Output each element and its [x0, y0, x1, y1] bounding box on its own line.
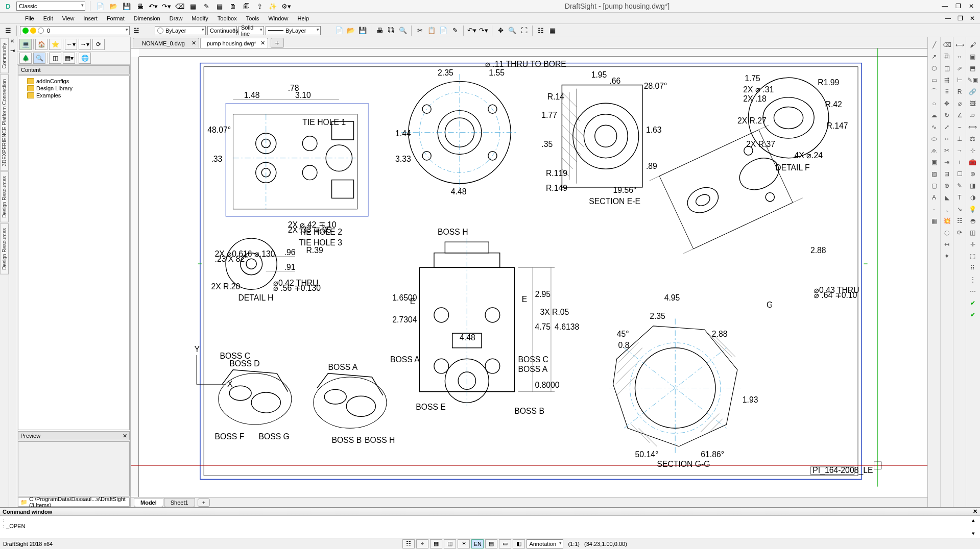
toolbox-icon[interactable]: 🧰 [967, 157, 978, 167]
pal-search-btn[interactable]: 🔍 [33, 53, 45, 64]
text-icon[interactable]: T [954, 192, 965, 203]
leader-icon[interactable]: ↘ [954, 204, 965, 214]
file-tab-pump-housing[interactable]: pump housing.dwg* ✕ [200, 38, 268, 48]
menu-draw[interactable]: Draw [165, 14, 187, 23]
fillet-icon[interactable]: ◟ [942, 204, 952, 214]
chamfer-icon[interactable]: ◣ [942, 192, 952, 203]
layer-prev-icon[interactable]: ☱ [131, 26, 141, 36]
print-icon[interactable]: 🖶 [135, 1, 145, 11]
save-icon[interactable]: 💾 [122, 1, 132, 11]
table-icon[interactable]: ▦ [929, 215, 940, 226]
settings-icon[interactable]: ⚙▾ [281, 1, 291, 11]
vtab-design-resources-1[interactable]: Design Resources [0, 171, 9, 222]
scroll-down-icon[interactable]: ▾ [972, 530, 979, 537]
dim-style-icon[interactable]: ☷ [954, 215, 965, 226]
status-esnap-btn[interactable]: EN [471, 539, 484, 548]
cut-icon[interactable]: ✂ [415, 26, 425, 36]
properties-painter-icon[interactable]: 🖌 [967, 39, 978, 50]
tab-close-icon[interactable]: ✕ [260, 40, 265, 46]
delete-icon[interactable]: ⌫ [942, 39, 952, 50]
ellipse-icon[interactable]: ⬭ [929, 133, 940, 144]
sheet-add-button[interactable]: + [198, 498, 210, 507]
vtab-design-resources-2[interactable]: Design Resources [0, 223, 9, 274]
arc-icon[interactable]: ⌒ [929, 86, 940, 97]
rectangle-icon[interactable]: ▭ [929, 74, 940, 85]
rotate-icon[interactable]: ↻ [942, 110, 952, 120]
pattern-icon[interactable]: ⠿ [942, 86, 952, 97]
pal-web-btn[interactable]: 🌐 [79, 53, 91, 64]
command-window-header[interactable]: Command window ✕ [0, 508, 980, 516]
find-icon[interactable]: 🔍 [398, 26, 408, 36]
pal-favorites-btn[interactable]: ⭐ [49, 39, 61, 50]
menu-view[interactable]: View [58, 14, 79, 23]
linestyle-dropdown[interactable]: ByLayer [266, 26, 321, 35]
polyline-icon[interactable]: ⩕ [929, 145, 940, 156]
doc-minimize-button[interactable]: — [943, 14, 952, 22]
layers-manager-icon[interactable]: ☰ [3, 26, 13, 36]
doc-close-button[interactable]: ✕ [968, 14, 977, 22]
menu-format[interactable]: Format [102, 14, 129, 23]
maximize-button[interactable]: ❐ [953, 2, 963, 10]
vtab-community[interactable]: Community [0, 38, 9, 73]
stretch-icon[interactable]: ↔ [942, 133, 952, 144]
color-dropdown[interactable]: ByLayer [155, 26, 206, 35]
block-icon[interactable]: ▣ [929, 157, 940, 167]
pal-forward-btn[interactable]: →▾ [79, 39, 91, 50]
pan-icon[interactable]: ✥ [495, 26, 506, 36]
note-icon[interactable]: A [929, 192, 940, 203]
annotation-scale-dropdown[interactable]: Annotation [527, 539, 563, 548]
tolerance-icon[interactable]: ☐ [954, 168, 965, 179]
weld-icon[interactable]: ⊕ [942, 180, 952, 191]
material-icon[interactable]: ◓ [967, 215, 978, 226]
polygon-icon[interactable]: ⬡ [929, 63, 940, 73]
dim-update-icon[interactable]: ⟳ [954, 227, 965, 238]
revision-cloud-icon[interactable]: ☁ [929, 110, 940, 120]
menu-modify[interactable]: Modify [187, 14, 212, 23]
light-icon[interactable]: 💡 [967, 204, 978, 214]
tab-close-icon[interactable]: ✕ [192, 40, 196, 46]
check1-icon[interactable]: ✔ [967, 297, 978, 308]
point-icon[interactable]: · [929, 204, 940, 214]
mirror-icon[interactable]: ◫ [942, 63, 952, 73]
angular-dim-icon[interactable]: ∠ [954, 110, 965, 120]
linetype-dropdown[interactable]: Continuous [207, 26, 237, 35]
qopen-icon[interactable]: 📂 [346, 26, 356, 36]
command-window-close-icon[interactable]: ✕ [973, 508, 977, 515]
preview-icon[interactable]: ▦ [188, 1, 198, 11]
dots-icon[interactable]: ⠿ [967, 262, 978, 273]
tree-item-design-library[interactable]: Design Library [20, 85, 128, 92]
menu-toolbox[interactable]: Toolbox [213, 14, 242, 23]
workspace-dropdown[interactable]: Classic [16, 2, 85, 11]
pal-refresh-btn[interactable]: ⟳ [92, 39, 105, 50]
tree-item-examples[interactable]: Examples [20, 92, 128, 99]
center-mark-icon[interactable]: + [954, 157, 965, 167]
area-icon[interactable]: ▱ [967, 110, 978, 120]
pal-computer-btn[interactable]: 💻 [19, 39, 32, 50]
check2-icon[interactable]: ✔ [967, 309, 978, 320]
new-icon[interactable]: 📄 [95, 1, 105, 11]
paint-icon[interactable]: ✎ [201, 1, 211, 11]
makeblock-icon[interactable]: ▣ [967, 51, 978, 62]
view3d-icon[interactable]: ⬚ [967, 251, 978, 261]
xref-icon[interactable]: 🔗 [967, 86, 978, 97]
sheet-tab-model[interactable]: Model [134, 498, 163, 507]
grid-icon[interactable]: ▤ [214, 1, 225, 11]
qprint-icon[interactable]: 🖶 [374, 26, 385, 36]
pal-tree-btn[interactable]: 🌲 [19, 53, 32, 64]
continue-dim-icon[interactable]: → [954, 145, 965, 156]
status-grid-btn[interactable]: ▦ [430, 539, 442, 548]
minimize-button[interactable]: — [940, 2, 949, 10]
hatch-icon[interactable]: ▨ [929, 168, 940, 179]
distance-icon[interactable]: ⟺ [967, 121, 978, 132]
erase-icon[interactable]: ⌫ [175, 1, 185, 11]
notes-icon[interactable]: 🗎 [228, 1, 238, 11]
move-icon[interactable]: ✥ [942, 98, 952, 109]
copy-entities-icon[interactable]: ⿻ [942, 51, 952, 62]
match-icon[interactable]: ✎ [450, 26, 460, 36]
paste-icon[interactable]: 📄 [438, 26, 448, 36]
ucs-icon[interactable]: ✛ [967, 239, 978, 249]
status-ortho-btn[interactable]: ◫ [444, 539, 456, 548]
trim-icon[interactable]: ✂ [942, 145, 952, 156]
circle-icon[interactable]: ○ [929, 98, 940, 109]
redo-icon[interactable]: ↷▾ [161, 1, 172, 11]
